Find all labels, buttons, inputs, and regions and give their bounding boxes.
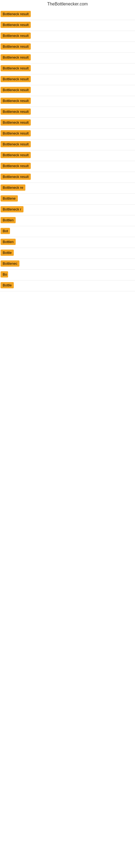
bottleneck-result-badge[interactable]: Bottleneck r <box>1 206 24 212</box>
list-item: Bottlen <box>0 237 135 248</box>
list-item: Bottleneck result <box>0 42 135 53</box>
bottleneck-result-badge[interactable]: Bo <box>1 271 8 278</box>
list-item: Bottleneck result <box>0 107 135 118</box>
list-item: Bottleneck result <box>0 9 135 20</box>
bottleneck-result-badge[interactable]: Bottleneck result <box>1 87 31 93</box>
list-item: Bottleneck result <box>0 31 135 42</box>
list-item: Bottlen <box>0 215 135 226</box>
list-item: Bottlene <box>0 194 135 205</box>
list-item: Bottlenec <box>0 259 135 270</box>
list-item: Bottleneck result <box>0 96 135 107</box>
bottleneck-result-badge[interactable]: Bottleneck result <box>1 98 31 104</box>
bottleneck-result-badge[interactable]: Bottleneck result <box>1 43 31 50</box>
bottleneck-result-badge[interactable]: Bottleneck result <box>1 54 31 61</box>
list-item: Bot <box>0 226 135 237</box>
list-item: Bottleneck result <box>0 53 135 63</box>
list-item: Bottleneck result <box>0 150 135 161</box>
bottleneck-result-badge[interactable]: Bottlen <box>1 217 16 223</box>
list-item: Bottleneck result <box>0 161 135 172</box>
bottleneck-result-badge[interactable]: Bottleneck re <box>1 184 26 191</box>
list-item: Bottleneck result <box>0 172 135 183</box>
list-item: Bottleneck r <box>0 205 135 215</box>
bottleneck-result-badge[interactable]: Bottleneck result <box>1 141 31 147</box>
bottleneck-result-badge[interactable]: Bottle <box>1 250 14 256</box>
bottleneck-result-badge[interactable]: Bottlenec <box>1 260 19 267</box>
list-item: Bottleneck result <box>0 20 135 31</box>
bottleneck-result-badge[interactable]: Bottle <box>1 282 14 288</box>
badges-container: Bottleneck resultBottleneck resultBottle… <box>0 9 135 291</box>
bottleneck-result-badge[interactable]: Bottleneck result <box>1 76 31 82</box>
list-item: Bottleneck result <box>0 118 135 129</box>
bottleneck-result-badge[interactable]: Bottleneck result <box>1 65 31 71</box>
list-item: Bottleneck re <box>0 183 135 194</box>
list-item: Bottleneck result <box>0 140 135 150</box>
bottleneck-result-badge[interactable]: Bottlen <box>1 239 16 245</box>
bottleneck-result-badge[interactable]: Bottleneck result <box>1 11 31 17</box>
bottleneck-result-badge[interactable]: Bottleneck result <box>1 163 31 169</box>
bottleneck-result-badge[interactable]: Bottleneck result <box>1 119 31 126</box>
list-item: Bottleneck result <box>0 74 135 85</box>
list-item: Bottleneck result <box>0 85 135 96</box>
bottleneck-result-badge[interactable]: Bottleneck result <box>1 130 31 136</box>
site-title: TheBottlenecker.com <box>0 0 135 9</box>
bottleneck-result-badge[interactable]: Bottleneck result <box>1 22 31 28</box>
list-item: Bottle <box>0 280 135 291</box>
bottleneck-result-badge[interactable]: Bottleneck result <box>1 108 31 115</box>
bottleneck-result-badge[interactable]: Bot <box>1 228 10 234</box>
bottleneck-result-badge[interactable]: Bottleneck result <box>1 33 31 39</box>
list-item: Bottleneck result <box>0 129 135 140</box>
list-item: Bottleneck result <box>0 63 135 74</box>
bottleneck-result-badge[interactable]: Bottleneck result <box>1 152 31 158</box>
bottleneck-result-badge[interactable]: Bottleneck result <box>1 174 31 180</box>
list-item: Bo <box>0 270 135 280</box>
bottleneck-result-badge[interactable]: Bottlene <box>1 195 18 202</box>
list-item: Bottle <box>0 248 135 259</box>
